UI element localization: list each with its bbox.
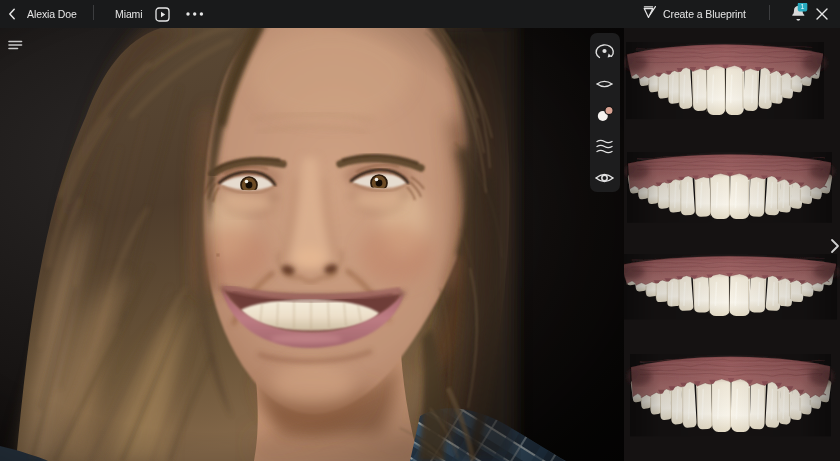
svg-text:1: 1 — [801, 3, 805, 10]
